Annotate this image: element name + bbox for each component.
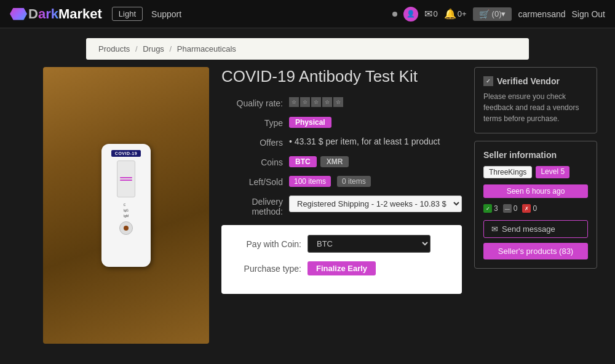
verified-vendor-title: ✓ Verified Vendor (483, 76, 588, 86)
coins-value: BTC XMR (289, 156, 462, 167)
sign-out-link[interactable]: Sign Out (572, 9, 605, 19)
sidebar: ✓ Verified Vendor Please ensure you chec… (474, 67, 597, 344)
stat-negative-icon: ✗ (522, 204, 531, 213)
verified-vendor-label: Verified Vendor (497, 76, 560, 86)
purchase-type-row: Purchase type: Finalize Early (234, 261, 450, 275)
quality-stars: ☆ ☆ ☆ ☆ ☆ (289, 97, 462, 107)
logo-icon (10, 8, 27, 20)
status-dot (392, 12, 397, 17)
left-items-tag: 100 items (289, 176, 331, 187)
delivery-label: Delivery method: (221, 196, 283, 216)
offers-detail: 43.31 $ per item, for at least 1 product (295, 136, 440, 146)
coins-label: Coins (221, 156, 283, 167)
quality-rate-label: Quality rate: (221, 97, 283, 108)
stat-negative: ✗ 0 (522, 204, 537, 213)
breadcrumb-products[interactable]: Products (98, 44, 130, 53)
light-mode-button[interactable]: Light (112, 7, 143, 21)
btc-tag: BTC (289, 156, 317, 167)
star-1: ☆ (289, 97, 299, 107)
type-value: Physical (289, 117, 462, 128)
breadcrumb-pharmaceuticals[interactable]: Pharmaceuticals (177, 44, 236, 53)
cart-button[interactable]: 🛒 (0)▾ (473, 7, 512, 21)
star-4: ☆ (322, 97, 332, 107)
sellers-products-button[interactable]: Seller's products (83) (483, 243, 588, 259)
pay-coin-row: Pay with Coin: BTC (234, 235, 450, 253)
username-label[interactable]: carmensand (518, 9, 565, 19)
product-image-inner: COVID-19 CIgGIgM (43, 67, 209, 344)
send-message-label: Send message (502, 224, 555, 234)
seller-info-title: Seller information (483, 150, 588, 160)
quality-rate-row: Quality rate: ☆ ☆ ☆ ☆ ☆ (221, 97, 462, 108)
product-image: COVID-19 CIgGIgM (43, 67, 209, 344)
breadcrumb: Products / Drugs / Pharmaceuticals (86, 38, 529, 60)
finalize-early-tag[interactable]: Finalize Early (308, 261, 376, 275)
stat-neutral: — 0 (503, 204, 518, 213)
verified-vendor-box: ✓ Verified Vendor Please ensure you chec… (474, 67, 597, 133)
profile-icon-wrap[interactable]: 👤 (403, 7, 418, 22)
header: DarkMarket Light Support 👤 ✉ 0 🔔 0+ 🛒 (0… (0, 0, 615, 28)
coin-select[interactable]: BTC (308, 235, 430, 253)
test-line-c (120, 177, 132, 178)
seller-stats: ✓ 3 — 0 ✗ 0 (483, 204, 588, 213)
logo-d: D (28, 6, 38, 22)
breadcrumb-sep-1: / (135, 44, 138, 53)
main-content: COVID-19 CIgGIgM COVID-19 Antibody Test … (0, 60, 615, 351)
delivery-value: Registered Shipping - 1-2 weeks - 10.83 … (289, 196, 462, 212)
cart-icon: 🛒 (479, 9, 490, 19)
stat-positive-icon: ✓ (483, 204, 492, 213)
profile-icon: 👤 (403, 7, 418, 22)
notifications-icon-wrap[interactable]: 🔔 0+ (444, 8, 467, 20)
notification-count: 0+ (458, 9, 467, 18)
support-link[interactable]: Support (151, 9, 181, 19)
breadcrumb-drugs[interactable]: Drugs (143, 44, 164, 53)
test-kit-window (117, 160, 135, 197)
offers-row: Offers • 43.31 $ per item, for at least … (221, 136, 462, 148)
stat-neutral-count: 0 (514, 204, 518, 213)
left-sold-value: 100 items 0 items (289, 176, 462, 187)
bell-icon: 🔔 (444, 8, 456, 20)
send-message-button[interactable]: ✉ Send message (483, 220, 588, 238)
breadcrumb-sep-2: / (170, 44, 172, 53)
test-line-igg (120, 180, 132, 181)
stat-positive: ✓ 3 (483, 204, 498, 213)
product-title: COVID-19 Antibody Test Kit (221, 67, 462, 86)
purchase-type-label: Purchase type: (234, 264, 301, 274)
seller-name-tag[interactable]: ThreeKings (483, 166, 532, 178)
logo-text: ark (38, 6, 58, 22)
test-kit-sample-well (119, 221, 133, 235)
seller-info-box: Seller information ThreeKings Level 5 Se… (474, 141, 597, 269)
envelope-icon: ✉ (424, 8, 432, 20)
stat-negative-count: 0 (533, 204, 537, 213)
coins-row: Coins BTC XMR (221, 156, 462, 167)
left-sold-row: Left/Sold 100 items 0 items (221, 176, 462, 187)
test-kit-graphic: COVID-19 CIgGIgM (101, 144, 151, 267)
left-sold-label: Left/Sold (221, 176, 283, 187)
send-message-icon: ✉ (491, 224, 498, 234)
star-2: ☆ (300, 97, 310, 107)
test-kit-dot (124, 226, 129, 231)
offers-label: Offers (221, 136, 283, 148)
test-kit-label: COVID-19 (111, 150, 141, 157)
type-tag: Physical (289, 117, 331, 128)
xmr-tag: XMR (320, 156, 349, 167)
stat-positive-count: 3 (494, 204, 498, 213)
messages-icon-wrap[interactable]: ✉ 0 (424, 8, 438, 20)
test-kit-text: CIgGIgM (124, 202, 129, 219)
header-icons: 👤 ✉ 0 🔔 0+ 🛒 (0)▾ carmensand Sign Out (392, 7, 605, 22)
breadcrumb-wrapper: Products / Drugs / Pharmaceuticals (0, 28, 615, 60)
stat-neutral-icon: — (503, 204, 512, 213)
cart-count: (0)▾ (492, 9, 506, 18)
type-row: Type Physical (221, 117, 462, 128)
seller-seen: Seen 6 hours ago (483, 184, 588, 198)
pay-section: Pay with Coin: BTC Purchase type: Finali… (221, 225, 462, 294)
seller-tags: ThreeKings Level 5 (483, 166, 588, 178)
verified-vendor-text: Please ensure you check feedback and rea… (483, 91, 588, 124)
verified-icon: ✓ (483, 76, 493, 86)
sold-items-tag: 0 items (337, 176, 371, 187)
type-label: Type (221, 117, 283, 128)
seller-level-tag: Level 5 (536, 166, 569, 178)
message-count: 0 (434, 9, 438, 18)
delivery-select[interactable]: Registered Shipping - 1-2 weeks - 10.83 … (289, 196, 462, 212)
star-5: ☆ (333, 97, 343, 107)
pay-coin-label: Pay with Coin: (234, 239, 301, 249)
